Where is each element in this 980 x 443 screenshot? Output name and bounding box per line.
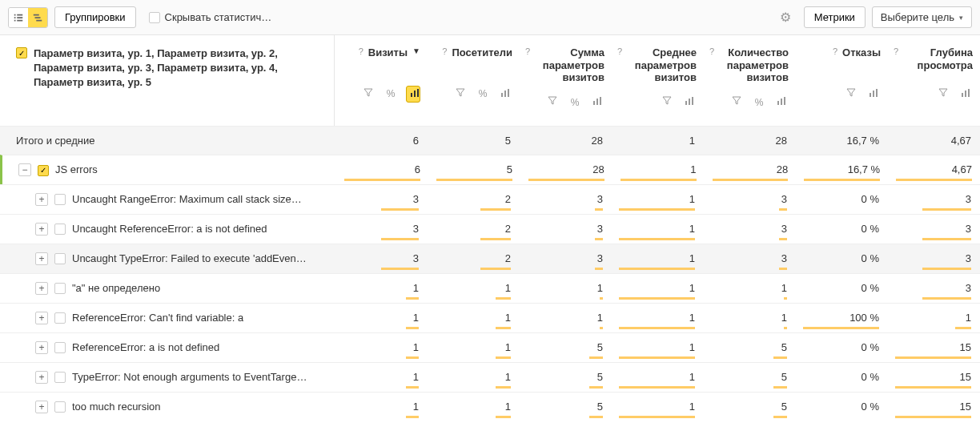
cell-value: 0 % [803, 223, 879, 238]
help-icon[interactable]: ? [359, 46, 363, 56]
cell-value: 3 [711, 223, 787, 238]
gear-icon[interactable]: ⚙ [780, 10, 791, 25]
cell: 3 [335, 215, 427, 244]
bar-track [527, 356, 603, 359]
filter-icon[interactable] [453, 88, 468, 100]
cell: 1 [611, 127, 703, 155]
cell-value: 2 [435, 252, 511, 268]
bar-track [343, 297, 419, 300]
table-row: +ReferenceError: a is not defined115150 … [0, 332, 980, 362]
help-icon[interactable]: ? [617, 46, 622, 56]
bar-fill [896, 179, 972, 181]
metric-head[interactable]: ?Сумма параметров визитов [519, 35, 611, 91]
percent-icon[interactable]: % [384, 88, 398, 99]
cell: 0 % [795, 333, 887, 362]
cell: 4,67 [888, 155, 980, 184]
metric-head[interactable]: ?Визиты ▼ [335, 35, 427, 82]
filter-row: % [335, 82, 427, 109]
expand-button[interactable]: + [35, 401, 48, 413]
row-checkbox[interactable] [38, 165, 49, 176]
chart-icon[interactable] [866, 88, 881, 100]
dimensions-checkbox[interactable] [16, 47, 27, 58]
row-checkbox[interactable] [54, 253, 66, 264]
expand-button[interactable]: + [35, 252, 48, 265]
cell: 2 [427, 215, 519, 244]
chart-icon[interactable] [406, 86, 420, 103]
row-checkbox[interactable] [54, 283, 66, 294]
row-checkbox[interactable] [54, 342, 66, 353]
row-text: TypeError: Not enough arguments to Event… [72, 371, 307, 383]
row-checkbox[interactable] [54, 224, 66, 235]
metric-label: Посетители [452, 46, 512, 59]
table-row: +Uncaught RangeError: Maximum call stack… [0, 184, 980, 214]
view-list-button[interactable] [9, 8, 28, 27]
cell-value: 1 [435, 371, 511, 386]
cell-value: 1 [435, 401, 511, 416]
cell: 1 [335, 393, 427, 421]
metric-head[interactable]: ?Посетители [427, 35, 519, 82]
expand-button[interactable]: + [35, 193, 48, 206]
expand-button[interactable]: + [35, 223, 48, 236]
bar-fill [528, 179, 604, 181]
cell-value: 1 [711, 312, 787, 327]
expand-button[interactable]: + [35, 371, 48, 384]
filter-icon[interactable] [660, 96, 674, 108]
filter-icon[interactable] [936, 88, 950, 100]
select-goal-dropdown[interactable]: Выберите цель ▾ [872, 6, 972, 28]
percent-icon[interactable]: % [476, 88, 490, 99]
cell-value: 28 [528, 163, 604, 179]
svg-rect-14 [784, 97, 785, 105]
expand-button[interactable]: + [35, 282, 48, 295]
chart-icon[interactable] [958, 88, 973, 100]
filter-icon[interactable] [361, 88, 376, 100]
cell-value: 28 [713, 163, 789, 179]
bar-fill [406, 416, 419, 418]
metric-label: Отказы [842, 46, 881, 59]
help-icon[interactable]: ? [833, 46, 837, 56]
metric-head[interactable]: ?Количество параметров визитов [703, 35, 795, 91]
row-checkbox[interactable] [54, 372, 66, 383]
metric-head[interactable]: ?Отказы [795, 35, 887, 82]
row-label: Итого и средние [0, 127, 335, 155]
bar-track [528, 179, 604, 181]
bar-fill [895, 356, 971, 359]
view-tree-button[interactable] [28, 8, 47, 27]
svg-rect-10 [689, 99, 690, 105]
collapse-button[interactable]: − [18, 163, 31, 176]
help-icon[interactable]: ? [709, 46, 714, 56]
filter-icon[interactable] [844, 88, 858, 100]
chart-icon[interactable] [682, 96, 697, 108]
help-icon[interactable]: ? [894, 46, 898, 56]
groupings-button[interactable]: Группировки [54, 6, 136, 28]
help-icon[interactable]: ? [442, 46, 447, 56]
expand-button[interactable]: + [35, 341, 48, 354]
chart-icon[interactable] [774, 96, 789, 108]
cell-value: 1 [621, 163, 697, 179]
row-checkbox[interactable] [54, 312, 66, 324]
metrics-button[interactable]: Метрики [804, 6, 866, 28]
bar-fill [619, 327, 695, 329]
chart-icon[interactable] [498, 88, 512, 100]
hide-statistic-checkbox[interactable]: Скрывать статистич… [149, 11, 272, 23]
help-icon[interactable]: ? [525, 46, 530, 56]
metric-head[interactable]: ?Глубина просмотра [887, 35, 979, 82]
cell-value: 16,7 % [804, 163, 880, 179]
percent-icon[interactable]: % [752, 97, 766, 108]
metric-head[interactable]: ?Среднее параметров визитов [611, 35, 703, 91]
bar-track [435, 268, 511, 270]
dimensions-header: Параметр визита, ур. 1, Параметр визита,… [0, 35, 334, 99]
percent-icon[interactable]: % [568, 97, 582, 108]
cell-value: 3 [711, 193, 787, 208]
filter-icon[interactable] [545, 96, 560, 108]
expand-button[interactable]: + [35, 312, 48, 324]
bar-track [619, 356, 695, 359]
cell: 3 [887, 244, 979, 273]
chart-icon[interactable] [590, 96, 604, 108]
cell: 1 [427, 363, 519, 392]
svg-rect-15 [870, 93, 871, 97]
bar-fill [600, 327, 603, 329]
bar-fill [589, 356, 603, 359]
row-checkbox[interactable] [54, 194, 66, 205]
filter-icon[interactable] [729, 96, 744, 108]
row-checkbox[interactable] [54, 401, 66, 413]
